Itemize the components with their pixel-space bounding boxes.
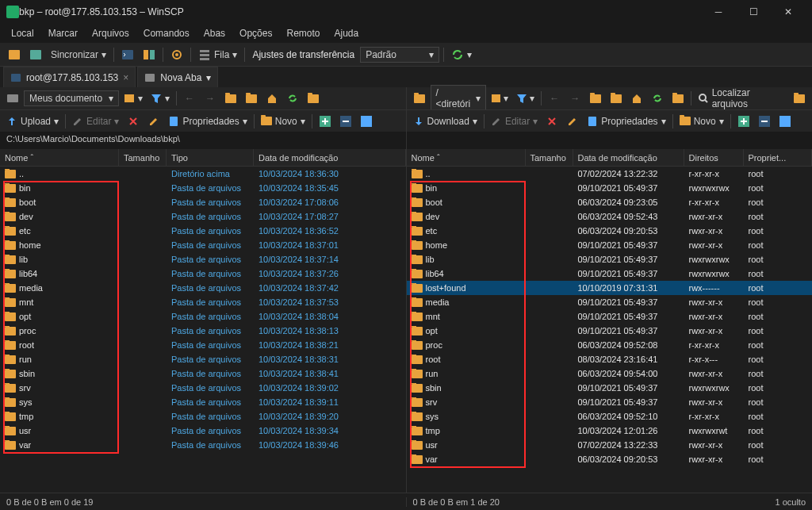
file-row[interactable]: mntPasta de arquivos10/03/2024 18:37:53 — [0, 295, 406, 309]
file-row[interactable]: media09/10/2021 05:49:37rwxr-xr-xroot — [407, 295, 813, 309]
terminal-icon[interactable] — [118, 45, 137, 64]
file-row[interactable]: varPasta de arquivos10/03/2024 18:39:46 — [0, 438, 406, 452]
file-row[interactable]: mediaPasta de arquivos10/03/2024 18:37:4… — [0, 281, 406, 295]
new-button[interactable]: Novo ▾ — [258, 112, 308, 131]
find-button[interactable]: Localizar arquivos — [695, 89, 788, 108]
compare-icon[interactable] — [140, 45, 159, 64]
folder-icon[interactable] — [410, 89, 429, 108]
bookmark-icon[interactable]: ▾ — [121, 89, 146, 108]
minus-icon[interactable] — [336, 112, 355, 131]
sync-browse-icon[interactable] — [668, 89, 688, 108]
file-row[interactable]: lib6409/10/2021 05:49:37rwxrwxrwxroot — [407, 267, 813, 281]
settings-icon[interactable] — [167, 45, 186, 64]
root-icon[interactable] — [242, 89, 261, 108]
home-icon[interactable] — [627, 89, 646, 108]
col-type[interactable]: Tipo — [167, 149, 254, 166]
new-tab-button[interactable]: Nova Aba ▾ — [137, 67, 218, 87]
file-row[interactable]: home09/10/2021 05:49:37rwxr-xr-xroot — [407, 238, 813, 252]
col-name[interactable]: Nome ˆ — [0, 149, 119, 166]
file-row[interactable]: lost+found10/10/2019 07:31:31rwx------ro… — [407, 281, 813, 295]
close-icon[interactable]: × — [123, 72, 128, 83]
col-size[interactable]: Tamanho — [526, 149, 573, 166]
file-row[interactable]: runPasta de arquivos10/03/2024 18:38:31 — [0, 352, 406, 366]
sync-button[interactable]: Sincronizar ▾ — [48, 45, 109, 64]
col-name[interactable]: Nome ˆ — [407, 149, 526, 166]
rename-icon[interactable] — [563, 112, 582, 131]
maximize-button[interactable]: ☐ — [736, 0, 771, 24]
filter-icon[interactable]: ▾ — [513, 89, 538, 108]
delete-icon[interactable] — [124, 112, 143, 131]
selection-icon[interactable] — [357, 112, 376, 131]
file-row[interactable]: lib09/10/2021 05:49:37rwxrwxrwxroot — [407, 252, 813, 267]
edit-button[interactable]: Editar ▾ — [488, 112, 541, 131]
file-row[interactable]: srvPasta de arquivos10/03/2024 18:39:02 — [0, 381, 406, 395]
menu-item[interactable]: Comandos — [137, 25, 196, 41]
file-row[interactable]: boot06/03/2024 09:23:05r-xr-xr-xroot — [407, 195, 813, 209]
menu-item[interactable]: Abas — [197, 25, 232, 41]
menu-item[interactable]: Remoto — [280, 25, 326, 41]
file-row[interactable]: sbin09/10/2021 05:49:37rwxrwxrwxroot — [407, 381, 813, 395]
file-row[interactable]: tmpPasta de arquivos10/03/2024 18:39:20 — [0, 409, 406, 424]
remote-extra-icon[interactable] — [790, 89, 809, 108]
close-button[interactable]: ✕ — [771, 0, 806, 24]
file-row[interactable]: bin09/10/2021 05:49:37rwxrwxrwxroot — [407, 181, 813, 195]
file-row[interactable]: libPasta de arquivos10/03/2024 18:37:14 — [0, 252, 406, 267]
parent-dir-row[interactable]: ..Diretório acima10/03/2024 18:36:30 — [0, 167, 406, 181]
filter-icon[interactable]: ▾ — [147, 89, 173, 108]
file-row[interactable]: rootPasta de arquivos10/03/2024 18:38:21 — [0, 338, 406, 352]
local-drive-dropdown[interactable]: Meus documento▾ — [24, 90, 119, 106]
properties-button[interactable]: Propriedades ▾ — [584, 112, 668, 131]
file-row[interactable]: srv09/10/2021 05:49:37rwxr-xr-xroot — [407, 395, 813, 409]
file-row[interactable]: bootPasta de arquivos10/03/2024 17:08:06 — [0, 195, 406, 209]
menu-item[interactable]: Marcar — [42, 25, 84, 41]
drive-icon[interactable] — [3, 89, 22, 108]
remote-dir-dropdown[interactable]: / <diretóri▾ — [431, 85, 486, 112]
browse-icon[interactable] — [26, 45, 45, 64]
col-modified[interactable]: Data de modificação — [254, 149, 406, 166]
file-row[interactable]: tmp10/03/2024 12:01:26rwxrwxrwtroot — [407, 424, 813, 438]
minus-icon[interactable] — [755, 112, 774, 131]
new-button[interactable]: Novo ▾ — [676, 112, 727, 131]
queue-button[interactable]: Fila ▾ — [195, 45, 240, 64]
back-icon[interactable]: ← — [545, 89, 564, 108]
refresh-icon[interactable] — [648, 89, 667, 108]
col-owner[interactable]: Propriet... — [744, 149, 813, 166]
col-size[interactable]: Tamanho — [119, 149, 167, 166]
file-row[interactable]: homePasta de arquivos10/03/2024 18:37:01 — [0, 238, 406, 252]
file-row[interactable]: run06/03/2024 09:54:00rwxr-xr-xroot — [407, 366, 813, 381]
file-row[interactable]: root08/03/2024 23:16:41r-xr-x---root — [407, 352, 813, 366]
forward-icon[interactable]: → — [565, 89, 584, 108]
menu-item[interactable]: Local — [5, 25, 40, 41]
file-row[interactable]: sys06/03/2024 09:52:10r-xr-xr-xroot — [407, 409, 813, 424]
file-row[interactable]: devPasta de arquivos10/03/2024 17:08:27 — [0, 209, 406, 224]
local-file-list[interactable]: ..Diretório acima10/03/2024 18:36:30binP… — [0, 167, 406, 493]
download-button[interactable]: Download ▾ — [410, 112, 481, 131]
refresh-icon[interactable] — [283, 89, 302, 108]
up-icon[interactable] — [221, 89, 240, 108]
file-row[interactable]: procPasta de arquivos10/03/2024 18:38:13 — [0, 324, 406, 338]
file-row[interactable]: proc06/03/2024 09:52:08r-xr-xr-xroot — [407, 338, 813, 352]
edit-button[interactable]: Editar ▾ — [69, 112, 122, 131]
rename-icon[interactable] — [144, 112, 163, 131]
selection-icon[interactable] — [776, 112, 795, 131]
plus-icon[interactable] — [316, 112, 335, 131]
remote-file-list[interactable]: ..07/02/2024 13:22:32r-xr-xr-xrootbin09/… — [407, 167, 813, 493]
col-modified[interactable]: Data de modificação — [573, 149, 684, 166]
parent-dir-row[interactable]: ..07/02/2024 13:22:32r-xr-xr-xroot — [407, 167, 813, 181]
root-icon[interactable] — [607, 89, 626, 108]
up-icon[interactable] — [586, 89, 605, 108]
file-row[interactable]: lib64Pasta de arquivos10/03/2024 18:37:2… — [0, 267, 406, 281]
home-icon[interactable] — [262, 89, 282, 108]
file-row[interactable]: sysPasta de arquivos10/03/2024 18:39:11 — [0, 395, 406, 409]
menu-item[interactable]: Opções — [233, 25, 278, 41]
file-row[interactable]: etc06/03/2024 09:20:53rwxr-xr-xroot — [407, 224, 813, 238]
forward-icon[interactable]: → — [201, 89, 220, 108]
file-row[interactable]: sbinPasta de arquivos10/03/2024 18:38:41 — [0, 366, 406, 381]
file-row[interactable]: var06/03/2024 09:20:53rwxr-xr-xroot — [407, 452, 813, 466]
file-row[interactable]: etcPasta de arquivos10/03/2024 18:36:52 — [0, 224, 406, 238]
file-row[interactable]: usr07/02/2024 13:22:33rwxr-xr-xroot — [407, 438, 813, 452]
file-row[interactable]: mnt09/10/2021 05:49:37rwxr-xr-xroot — [407, 309, 813, 324]
file-row[interactable]: opt09/10/2021 05:49:37rwxr-xr-xroot — [407, 324, 813, 338]
delete-icon[interactable] — [542, 112, 561, 131]
menu-item[interactable]: Ajuda — [328, 25, 366, 41]
